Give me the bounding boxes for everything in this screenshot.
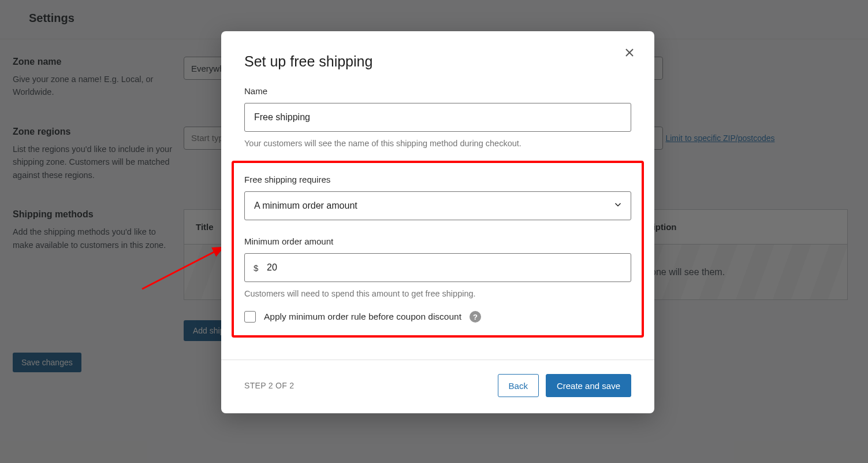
- help-icon[interactable]: ?: [470, 311, 481, 323]
- amount-help-text: Customers will need to spend this amount…: [244, 289, 631, 298]
- close-button[interactable]: [624, 47, 638, 61]
- modal-title: Set up free shipping: [244, 53, 631, 70]
- name-help-text: Your customers will see the name of this…: [244, 139, 631, 148]
- step-indicator: STEP 2 OF 2: [244, 381, 294, 390]
- free-shipping-modal: Set up free shipping Name Your customers…: [221, 31, 654, 413]
- requires-label: Free shipping requires: [244, 175, 631, 184]
- name-field-group: Name Your customers will see the name of…: [244, 86, 631, 148]
- modal-footer: STEP 2 OF 2 Back Create and save: [221, 360, 654, 413]
- coupon-rule-row: Apply minimum order rule before coupon d…: [244, 311, 631, 323]
- name-label: Name: [244, 86, 631, 96]
- amount-label: Minimum order amount: [244, 236, 631, 246]
- close-icon: [624, 50, 635, 60]
- footer-buttons: Back Create and save: [498, 374, 631, 397]
- create-and-save-button[interactable]: Create and save: [546, 374, 631, 397]
- coupon-rule-checkbox[interactable]: [244, 311, 256, 323]
- amount-field-group: Minimum order amount $ Customers will ne…: [244, 236, 631, 298]
- back-button[interactable]: Back: [498, 374, 539, 397]
- coupon-rule-label: Apply minimum order rule before coupon d…: [264, 312, 461, 322]
- modal-body: Set up free shipping Name Your customers…: [221, 31, 654, 338]
- amount-input[interactable]: [244, 253, 631, 282]
- requires-select[interactable]: [244, 191, 631, 220]
- amount-input-wrap: $: [244, 253, 631, 282]
- requires-field-group: Free shipping requires: [244, 175, 631, 220]
- name-input[interactable]: [244, 103, 631, 132]
- currency-symbol: $: [254, 263, 258, 273]
- highlighted-settings-box: Free shipping requires Minimum order amo…: [232, 161, 644, 338]
- requires-select-wrap: [244, 191, 631, 220]
